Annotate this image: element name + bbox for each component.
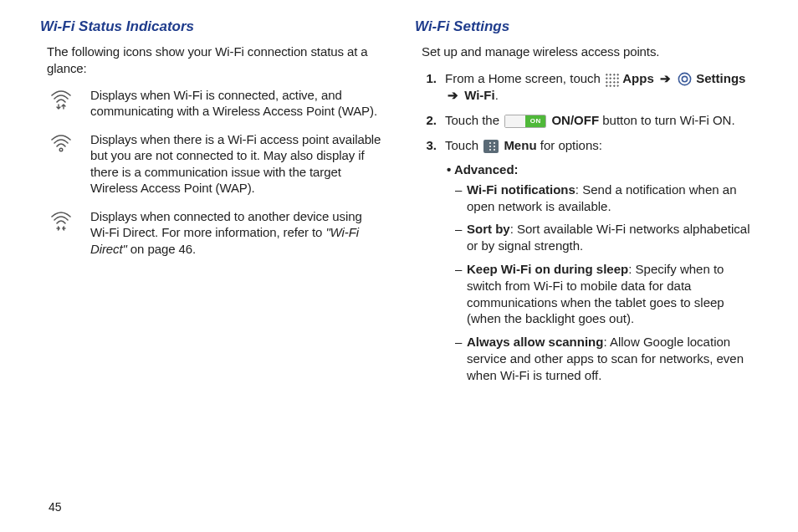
indicator-row-direct: Displays when connected to another devic… [47,208,383,258]
wifi-settings-heading: Wi-Fi Settings [415,18,758,35]
advanced-allow-scanning: Always allow scanning: Allow Google loca… [455,334,758,383]
wifi-available-icon [49,133,73,197]
advanced-heading: • Advanced: [447,162,758,176]
apps-icon [604,72,619,87]
advanced-list: Wi-Fi notifications: Send a notification… [455,182,758,384]
advanced-sort-by: Sort by: Sort available Wi-Fi networks a… [455,221,758,254]
advanced-keep-wifi-on: Keep Wi-Fi on during sleep: Specify when… [455,261,758,327]
arrow-icon: ➔ [448,88,458,102]
advanced-block: • Advanced: Wi-Fi notifications: Send a … [447,162,758,384]
page-number: 45 [49,500,62,514]
arrow-icon: ➔ [660,71,671,85]
wifi-indicators-heading: Wi-Fi Status Indicators [40,18,383,35]
indicator-row-available: Displays when there is a Wi-Fi access po… [47,131,383,197]
svg-point-0 [59,148,63,151]
wifi-active-icon [49,89,73,120]
left-column: Wi-Fi Status Indicators The following ic… [40,18,383,487]
advanced-wifi-notifications: Wi-Fi notifications: Send a notification… [455,182,758,215]
step-3: 3. Touch Menu for options: [422,137,758,154]
settings-gear-icon [677,71,693,87]
indicator-row-active: Displays when Wi-Fi is connected, active… [47,87,383,120]
wifi-indicators-intro: The following icons show your Wi-Fi conn… [47,43,383,77]
menu-icon [483,140,499,153]
svg-point-2 [682,77,687,82]
indicator-available-text: Displays when there is a Wi-Fi access po… [90,131,383,197]
indicator-active-text: Displays when Wi-Fi is connected, active… [90,87,383,120]
step-1: 1. From a Home screen, touch Apps ➔ Sett… [422,70,758,104]
svg-point-1 [678,74,690,85]
wifi-direct-icon [49,210,73,258]
wifi-settings-intro: Set up and manage wireless access points… [422,43,758,60]
indicator-direct-text: Displays when connected to another devic… [90,208,383,258]
on-off-toggle-icon: ON [504,115,546,128]
right-column: Wi-Fi Settings Set up and manage wireles… [415,18,758,487]
steps-list: 1. From a Home screen, touch Apps ➔ Sett… [422,70,758,154]
step-2: 2. Touch the ON ON/OFF button to turn Wi… [422,112,758,129]
